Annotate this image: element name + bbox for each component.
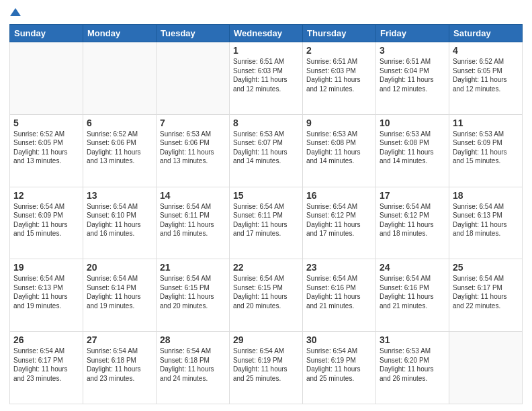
- calendar-day-header: Tuesday: [157, 25, 230, 42]
- day-info: Sunrise: 6:53 AMSunset: 6:06 PMDaylight:…: [160, 130, 226, 166]
- calendar-cell: [10, 42, 83, 115]
- calendar-cell: 30Sunrise: 6:54 AMSunset: 6:19 PMDayligh…: [303, 332, 376, 404]
- day-number: 20: [87, 262, 152, 273]
- day-info: Sunrise: 6:54 AMSunset: 6:13 PMDaylight:…: [453, 202, 519, 238]
- calendar-cell: [157, 42, 230, 115]
- day-number: 15: [233, 190, 299, 201]
- day-info: Sunrise: 6:51 AMSunset: 6:03 PMDaylight:…: [306, 57, 372, 93]
- calendar-day-header: Monday: [83, 25, 157, 42]
- calendar-cell: 25Sunrise: 6:54 AMSunset: 6:17 PMDayligh…: [449, 259, 523, 332]
- calendar-cell: 1Sunrise: 6:51 AMSunset: 6:03 PMDaylight…: [230, 42, 303, 115]
- calendar-cell: 12Sunrise: 6:54 AMSunset: 6:09 PMDayligh…: [10, 187, 83, 259]
- day-info: Sunrise: 6:54 AMSunset: 6:18 PMDaylight:…: [160, 347, 226, 383]
- day-number: 28: [160, 334, 226, 345]
- day-number: 13: [87, 190, 152, 201]
- day-info: Sunrise: 6:54 AMSunset: 6:13 PMDaylight:…: [13, 274, 79, 310]
- calendar-cell: 21Sunrise: 6:54 AMSunset: 6:15 PMDayligh…: [157, 259, 230, 332]
- day-info: Sunrise: 6:54 AMSunset: 6:17 PMDaylight:…: [453, 274, 519, 310]
- day-number: 9: [306, 118, 372, 128]
- day-number: 23: [306, 262, 372, 273]
- day-number: 16: [306, 190, 372, 201]
- day-number: 12: [13, 190, 79, 201]
- calendar-day-header: Sunday: [10, 25, 83, 42]
- calendar-cell: 16Sunrise: 6:54 AMSunset: 6:12 PMDayligh…: [303, 187, 376, 259]
- calendar-cell: 14Sunrise: 6:54 AMSunset: 6:11 PMDayligh…: [157, 187, 230, 259]
- day-info: Sunrise: 6:53 AMSunset: 6:07 PMDaylight:…: [233, 130, 299, 166]
- day-number: 4: [453, 45, 519, 56]
- day-info: Sunrise: 6:54 AMSunset: 6:12 PMDaylight:…: [306, 202, 372, 238]
- calendar-day-header: Thursday: [303, 25, 376, 42]
- day-info: Sunrise: 6:54 AMSunset: 6:19 PMDaylight:…: [233, 347, 299, 383]
- day-info: Sunrise: 6:52 AMSunset: 6:05 PMDaylight:…: [453, 57, 519, 93]
- calendar-cell: 5Sunrise: 6:52 AMSunset: 6:05 PMDaylight…: [10, 114, 83, 187]
- calendar-cell: 26Sunrise: 6:54 AMSunset: 6:17 PMDayligh…: [10, 332, 83, 404]
- day-info: Sunrise: 6:54 AMSunset: 6:10 PMDaylight:…: [87, 202, 152, 238]
- day-info: Sunrise: 6:54 AMSunset: 6:17 PMDaylight:…: [13, 347, 79, 383]
- calendar-day-header: Wednesday: [230, 25, 303, 42]
- header: [9, 7, 523, 20]
- day-number: 24: [380, 262, 445, 273]
- svg-marker-0: [10, 8, 21, 16]
- day-number: 18: [453, 190, 519, 201]
- calendar-cell: 2Sunrise: 6:51 AMSunset: 6:03 PMDaylight…: [303, 42, 376, 115]
- calendar-day-header: Friday: [376, 25, 449, 42]
- day-info: Sunrise: 6:51 AMSunset: 6:04 PMDaylight:…: [380, 57, 445, 93]
- logo: [9, 7, 21, 20]
- calendar-cell: 22Sunrise: 6:54 AMSunset: 6:15 PMDayligh…: [230, 259, 303, 332]
- calendar-cell: 9Sunrise: 6:53 AMSunset: 6:08 PMDaylight…: [303, 114, 376, 187]
- calendar-day-header: Saturday: [449, 25, 523, 42]
- day-info: Sunrise: 6:53 AMSunset: 6:08 PMDaylight:…: [380, 130, 445, 166]
- day-info: Sunrise: 6:54 AMSunset: 6:19 PMDaylight:…: [306, 347, 372, 383]
- day-number: 31: [380, 334, 445, 345]
- calendar-cell: 7Sunrise: 6:53 AMSunset: 6:06 PMDaylight…: [157, 114, 230, 187]
- calendar-cell: [83, 42, 157, 115]
- day-number: 27: [87, 334, 152, 345]
- day-number: 26: [13, 334, 79, 345]
- day-number: 17: [380, 190, 445, 201]
- day-info: Sunrise: 6:53 AMSunset: 6:09 PMDaylight:…: [453, 130, 519, 166]
- day-number: 1: [233, 45, 299, 56]
- day-number: 25: [453, 262, 519, 273]
- calendar-cell: 18Sunrise: 6:54 AMSunset: 6:13 PMDayligh…: [449, 187, 523, 259]
- day-info: Sunrise: 6:53 AMSunset: 6:20 PMDaylight:…: [380, 347, 445, 383]
- day-number: 29: [233, 334, 299, 345]
- day-number: 8: [233, 118, 299, 128]
- day-info: Sunrise: 6:52 AMSunset: 6:06 PMDaylight:…: [87, 130, 152, 166]
- day-info: Sunrise: 6:54 AMSunset: 6:11 PMDaylight:…: [233, 202, 299, 238]
- calendar-cell: [449, 332, 523, 404]
- calendar-cell: 20Sunrise: 6:54 AMSunset: 6:14 PMDayligh…: [83, 259, 157, 332]
- calendar-cell: 29Sunrise: 6:54 AMSunset: 6:19 PMDayligh…: [230, 332, 303, 404]
- day-number: 10: [380, 118, 445, 128]
- day-info: Sunrise: 6:54 AMSunset: 6:15 PMDaylight:…: [160, 274, 226, 310]
- day-number: 21: [160, 262, 226, 273]
- day-number: 5: [13, 118, 79, 128]
- calendar-cell: 10Sunrise: 6:53 AMSunset: 6:08 PMDayligh…: [376, 114, 449, 187]
- calendar-cell: 28Sunrise: 6:54 AMSunset: 6:18 PMDayligh…: [157, 332, 230, 404]
- day-number: 11: [453, 118, 519, 128]
- calendar-cell: 17Sunrise: 6:54 AMSunset: 6:12 PMDayligh…: [376, 187, 449, 259]
- calendar-cell: 23Sunrise: 6:54 AMSunset: 6:16 PMDayligh…: [303, 259, 376, 332]
- calendar-cell: 31Sunrise: 6:53 AMSunset: 6:20 PMDayligh…: [376, 332, 449, 404]
- day-number: 14: [160, 190, 226, 201]
- day-info: Sunrise: 6:51 AMSunset: 6:03 PMDaylight:…: [233, 57, 299, 93]
- day-number: 3: [380, 45, 445, 56]
- day-info: Sunrise: 6:54 AMSunset: 6:16 PMDaylight:…: [306, 274, 372, 310]
- day-info: Sunrise: 6:54 AMSunset: 6:09 PMDaylight:…: [13, 202, 79, 238]
- logo-triangle-icon: [10, 7, 21, 20]
- day-number: 7: [160, 118, 226, 128]
- day-info: Sunrise: 6:54 AMSunset: 6:14 PMDaylight:…: [87, 274, 152, 310]
- calendar-cell: 6Sunrise: 6:52 AMSunset: 6:06 PMDaylight…: [83, 114, 157, 187]
- day-number: 2: [306, 45, 372, 56]
- page: SundayMondayTuesdayWednesdayThursdayFrid…: [0, 0, 532, 411]
- day-info: Sunrise: 6:54 AMSunset: 6:16 PMDaylight:…: [380, 274, 445, 310]
- day-info: Sunrise: 6:54 AMSunset: 6:15 PMDaylight:…: [233, 274, 299, 310]
- calendar-cell: 15Sunrise: 6:54 AMSunset: 6:11 PMDayligh…: [230, 187, 303, 259]
- calendar-cell: 11Sunrise: 6:53 AMSunset: 6:09 PMDayligh…: [449, 114, 523, 187]
- calendar-cell: 4Sunrise: 6:52 AMSunset: 6:05 PMDaylight…: [449, 42, 523, 115]
- day-number: 22: [233, 262, 299, 273]
- day-info: Sunrise: 6:54 AMSunset: 6:18 PMDaylight:…: [87, 347, 152, 383]
- day-number: 19: [13, 262, 79, 273]
- calendar-cell: 27Sunrise: 6:54 AMSunset: 6:18 PMDayligh…: [83, 332, 157, 404]
- calendar-cell: 13Sunrise: 6:54 AMSunset: 6:10 PMDayligh…: [83, 187, 157, 259]
- calendar-cell: 8Sunrise: 6:53 AMSunset: 6:07 PMDaylight…: [230, 114, 303, 187]
